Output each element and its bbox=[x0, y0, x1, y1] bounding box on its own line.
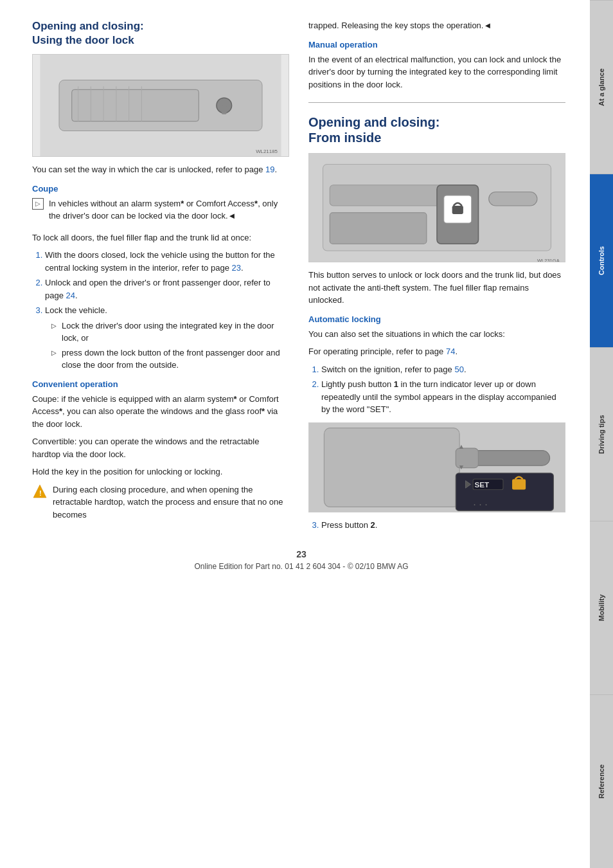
from-inside-image: WL231GA bbox=[308, 153, 565, 262]
warning-continued: trapped. Releasing the key stops the ope… bbox=[308, 19, 565, 32]
sidebar-tab-label: Driving tips bbox=[598, 415, 605, 454]
page-link-74[interactable]: 74 bbox=[446, 347, 455, 356]
page-link-23[interactable]: 23 bbox=[231, 263, 240, 273]
main-content: Opening and closing: Using the door lock bbox=[0, 0, 590, 868]
section-divider bbox=[308, 102, 565, 103]
steps-list: With the doors closed, lock the vehicle … bbox=[32, 249, 289, 372]
convenient-text3: Hold the key in the position for unlocki… bbox=[32, 466, 289, 478]
svg-text:. . .: . . . bbox=[473, 496, 488, 507]
footer-copyright: Online Edition for Part no. 01 41 2 604 … bbox=[194, 562, 408, 571]
svg-rect-21 bbox=[489, 192, 537, 206]
section1-title: Opening and closing: Using the door lock bbox=[32, 19, 289, 48]
sidebar-tab-mobility[interactable]: Mobility bbox=[590, 521, 613, 694]
auto-lock-step-3: Press button 2. bbox=[321, 519, 565, 532]
svg-rect-31 bbox=[512, 479, 526, 489]
svg-rect-17 bbox=[330, 213, 427, 244]
page-link-19[interactable]: 19 bbox=[265, 165, 274, 174]
svg-text:SET: SET bbox=[475, 480, 490, 489]
page-number: 23 bbox=[32, 549, 571, 559]
coupe-lock-all: To lock all doors, the fuel filler flap … bbox=[32, 231, 289, 244]
page-footer: 23 Online Edition for Part no. 01 41 2 6… bbox=[32, 549, 571, 571]
auto-lock-text2: For operating principle, refer to page 7… bbox=[308, 345, 565, 358]
manual-text: In the event of an electrical malfunctio… bbox=[308, 53, 565, 91]
svg-text:!: ! bbox=[39, 489, 42, 497]
svg-rect-27 bbox=[456, 473, 553, 511]
convenient-text2: Convertible: you can operate the windows… bbox=[32, 435, 289, 460]
auto-lock-step-2: Lightly push button 1 in the turn indica… bbox=[321, 378, 565, 416]
coupe-note-text: In vehicles without an alarm system* or … bbox=[49, 197, 289, 222]
subitem-1: Lock the driver's door using the integra… bbox=[51, 320, 289, 345]
sidebar-tab-driving-tips[interactable]: Driving tips bbox=[590, 347, 613, 521]
sidebar-tab-controls[interactable]: Controls bbox=[590, 174, 613, 347]
triangle-icon bbox=[32, 198, 44, 210]
sidebar-tab-label: Reference bbox=[598, 764, 605, 799]
sidebar-right: At a glance Controls Driving tips Mobili… bbox=[590, 0, 613, 868]
section1-intro: You can set the way in which the car is … bbox=[32, 163, 289, 176]
autolocking-image: SET . . . ▲ ▼ WL31P02A bbox=[308, 422, 565, 512]
section2-title: Opening and closing: From inside bbox=[308, 114, 565, 145]
door-lock-image: WL21185 bbox=[32, 54, 289, 157]
page-link-24[interactable]: 24 bbox=[66, 291, 75, 300]
convenient-text1: Coupe: if the vehicle is equipped with a… bbox=[32, 393, 289, 431]
auto-lock-text1: You can also set the situations in which… bbox=[308, 328, 565, 341]
top-two-col: Opening and closing: Using the door lock bbox=[32, 19, 571, 536]
sidebar-tab-label: Mobility bbox=[598, 595, 605, 622]
svg-rect-24 bbox=[324, 428, 459, 507]
right-column-top: trapped. Releasing the key stops the ope… bbox=[308, 19, 565, 536]
svg-text:WL21185: WL21185 bbox=[256, 149, 278, 154]
sidebar-tab-label: At a glance bbox=[598, 68, 605, 106]
page-link-50[interactable]: 50 bbox=[454, 365, 463, 374]
button-description: This button serves to unlock or lock doo… bbox=[308, 269, 565, 307]
svg-text:▼: ▼ bbox=[458, 462, 465, 470]
warning-text: During each closing procedure, and when … bbox=[53, 484, 289, 521]
step-2: Unlock and open the driver's or front pa… bbox=[45, 276, 289, 302]
svg-rect-16 bbox=[330, 185, 454, 206]
step-3: Lock the vehicle. Lock the driver's door… bbox=[45, 304, 289, 372]
warning-box: ! During each closing procedure, and whe… bbox=[32, 484, 289, 527]
svg-rect-20 bbox=[452, 206, 463, 214]
step-1: With the doors closed, lock the vehicle … bbox=[45, 249, 289, 274]
svg-text:▲: ▲ bbox=[458, 442, 465, 450]
coupe-heading: Coupe bbox=[32, 184, 289, 194]
coupe-note-block: In vehicles without an alarm system* or … bbox=[32, 197, 289, 228]
warning-icon: ! bbox=[32, 484, 48, 499]
convenient-heading: Convenient operation bbox=[32, 379, 289, 389]
subitem-2: press down the lock button of the front … bbox=[51, 347, 289, 372]
step-3-subitems: Lock the driver's door using the integra… bbox=[45, 320, 289, 372]
svg-rect-4 bbox=[222, 105, 227, 114]
sidebar-tab-label: Controls bbox=[598, 246, 605, 275]
auto-lock-step-1: Switch on the ignition, refer to page 50… bbox=[321, 363, 565, 376]
manual-heading: Manual operation bbox=[308, 40, 565, 50]
sidebar-tab-reference[interactable]: Reference bbox=[590, 694, 613, 868]
svg-text:WL231GA: WL231GA bbox=[537, 258, 560, 262]
sidebar-tab-at-a-glance[interactable]: At a glance bbox=[590, 0, 613, 174]
left-column: Opening and closing: Using the door lock bbox=[32, 19, 289, 536]
svg-text:WL31P02A: WL31P02A bbox=[540, 511, 565, 512]
auto-lock-steps-cont: Press button 2. bbox=[308, 519, 565, 532]
auto-lock-steps: Switch on the ignition, refer to page 50… bbox=[308, 363, 565, 416]
auto-lock-heading: Automatic locking bbox=[308, 314, 565, 324]
